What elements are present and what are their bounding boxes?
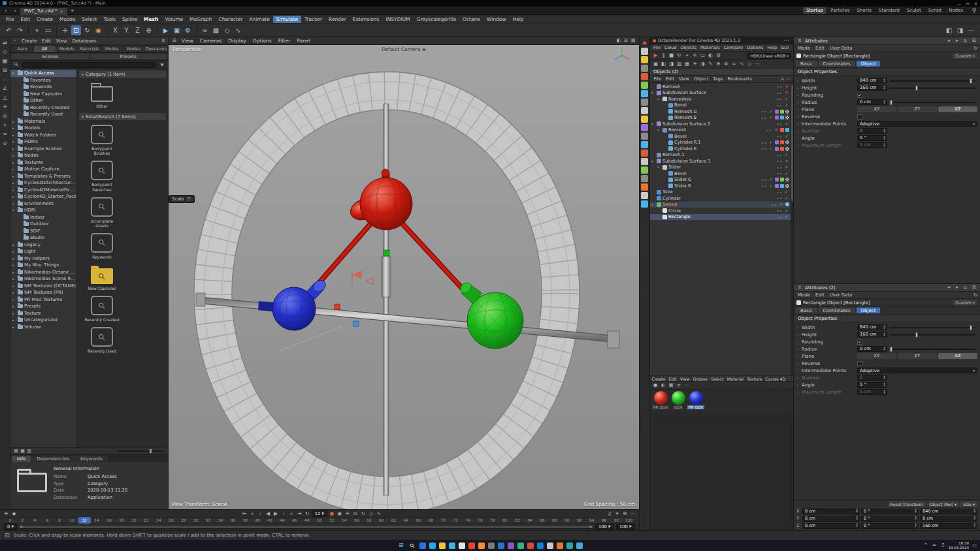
frame-tick-84[interactable]: 84 [523,517,536,524]
preset-dropdown[interactable]: Custom ▾ [953,300,977,306]
octane-postfx-icon[interactable]: ◨ [668,61,675,68]
asset-tree-item-outdoor[interactable]: Outdoor [10,221,76,228]
start-button[interactable]: ⊞ [397,542,405,550]
record-keyframe-button[interactable]: ● [328,510,335,517]
object-item-remesh-1[interactable]: Remesh.1∙∙✓ [650,152,793,159]
octane-curve-icon[interactable]: ∿ [738,61,745,68]
total-frames-field[interactable]: 100 F [616,524,635,530]
octane-window-options-icon[interactable]: ⋯ [783,37,791,44]
goto-end-button[interactable]: ⇥ [296,510,303,517]
frame-tick-30[interactable]: 30 [189,517,202,524]
tag-icon[interactable] [775,140,779,144]
visibility-dots-icon[interactable]: ∙∙ [776,171,783,176]
search-button[interactable]: ⚲ [407,540,418,551]
coord-z-pos-input[interactable]: 0 cm▲▼ [802,523,860,529]
menu-edit[interactable]: Edit [18,16,34,23]
octane-tool-icon[interactable] [641,141,648,148]
material-menu-texture[interactable]: Texture [745,377,764,381]
frame-tick-54[interactable]: 54 [338,517,350,524]
asset-item-new-capsules[interactable]: ⚲New Capsules [84,264,120,291]
visibility-dots-icon[interactable]: ∙∙ [776,190,783,195]
expand-icon[interactable]: ▸ [12,318,16,322]
animate-dot-icon[interactable]: ∘ [796,93,800,97]
height-input[interactable]: 160 cm▲▼ [857,332,887,338]
asset-tree-item-light[interactable]: ▸Light [10,248,76,255]
octane-film-icon[interactable]: ▦ [683,61,691,68]
octane-tool-icon[interactable] [641,183,648,191]
tag-icon[interactable] [785,110,789,114]
tag-icon[interactable] [780,147,784,151]
rounding-checkbox[interactable]: ✓ [857,93,862,98]
octane-menu-help[interactable]: Help [765,45,779,50]
animate-dot-icon[interactable]: ∘ [796,100,800,104]
expand-icon[interactable]: ▸ [12,153,16,157]
rotate-icon[interactable]: ↻ [82,25,92,35]
width-input[interactable]: 840 cm▲▼ [857,324,887,330]
redo-icon[interactable]: ↷ [15,25,25,35]
viewport-menu-display[interactable]: Display [225,38,250,44]
menu-file[interactable]: File [3,16,18,23]
asset-item-recently-created[interactable]: ⚲Recently Created [84,296,120,322]
enabled-check-icon[interactable]: ✓ [768,177,774,182]
lock-z-icon[interactable]: Z [133,25,142,35]
expand-icon[interactable]: ▸ [12,270,16,274]
tab-media[interactable]: Media [101,46,122,52]
object-item-sweep[interactable]: ▾Sweep∙∙✓ [650,202,793,208]
menu-help[interactable]: Help [510,16,527,23]
visibility-dots-icon[interactable]: ∙∙ [760,140,767,145]
enabled-check-icon[interactable]: ✓ [784,102,789,108]
tag-icon[interactable] [780,128,784,132]
maximum-length-input[interactable]: 5 cm▲▼ [857,389,887,395]
taskbar-app-icon[interactable] [566,543,573,549]
timeline-key-icon[interactable]: ◆ [10,510,18,517]
tab-operators[interactable]: Operators [145,46,167,52]
frame-tick-86[interactable]: 86 [536,517,548,524]
frame-tick-82[interactable]: 82 [511,517,523,524]
modeling-settings-icon[interactable]: ∿ [233,25,243,35]
viewport-quad-icon[interactable]: ⊞ [623,38,629,44]
material-menu-cycles-4d[interactable]: Cycles 4D [764,377,787,381]
network-icon[interactable]: ≈ [932,543,938,548]
asset-tree-item-presets[interactable]: ▸Presets [10,303,76,310]
enabled-check-icon[interactable]: ✓ [768,183,774,189]
tab-keywords[interactable]: Keywords [75,456,108,462]
octane-tool-icon[interactable] [641,48,648,55]
asset-tree-item-new-capsules[interactable]: New Capsules [10,91,76,98]
thumbnail-size-slider[interactable] [118,450,163,452]
viewport-grid-icon[interactable]: ⊞ [171,38,178,44]
new-tab-button[interactable]: ＋ [69,7,76,14]
camera-label[interactable]: Default Camera ⊕ [169,46,639,52]
animate-dot-icon[interactable]: ∘ [796,78,800,83]
visibility-dots-icon[interactable]: ∙∙ [776,84,783,89]
asset-tree-item-favorites[interactable]: Favorites [10,77,76,84]
animate-dot-icon[interactable]: ∘ [796,354,800,358]
octane-environment-icon[interactable]: ◑ [699,61,706,68]
subtab-scenes[interactable]: Scenes [12,54,89,59]
octane-tool-icon[interactable] [641,192,648,199]
frame-tick-66[interactable]: 66 [412,517,425,524]
tag-icon[interactable] [785,128,789,132]
asset-tree-item-hdri[interactable]: ▾HDRI [10,207,76,214]
enabled-check-icon[interactable]: ✓ [784,165,789,170]
width-slider[interactable] [889,327,975,328]
object-item-subdivision-surface-1[interactable]: ▾Subdivision Surface.1∙∙✕ [650,158,793,165]
convert-icon[interactable]: ⇄ [1,39,9,47]
frame-tick-98[interactable]: 98 [610,517,623,524]
snap-icon[interactable]: ◇ [222,25,232,35]
viewport-single-icon[interactable]: ◧ [615,38,622,44]
asset-tree-item-templates-presets[interactable]: ▸Templates & Presets [10,173,76,180]
octane-sun-icon[interactable]: ☀ [691,61,698,68]
asset-tree-item-texture[interactable]: ▸Texture [10,310,76,317]
height-slider[interactable] [889,334,975,336]
octane-pause-icon[interactable]: ‖ [660,52,667,59]
menu-render[interactable]: Render [325,16,350,23]
tag-icon[interactable] [775,147,779,151]
coord-x-rot-input[interactable]: 0 °▲▼ [861,509,919,514]
expand-icon[interactable]: ▸ [12,263,16,267]
enabled-check-icon[interactable]: ✓ [768,140,774,145]
asset-tree-item-studio[interactable]: Studio [10,234,76,242]
animate-dot-icon[interactable]: ∘ [796,368,800,373]
asset-tree-item-my-helpers[interactable]: ▸My Helpers [10,255,76,262]
number-input[interactable]: 8▲▼ [857,375,887,381]
visibility-dots-icon[interactable]: ∙∙ [776,97,783,101]
